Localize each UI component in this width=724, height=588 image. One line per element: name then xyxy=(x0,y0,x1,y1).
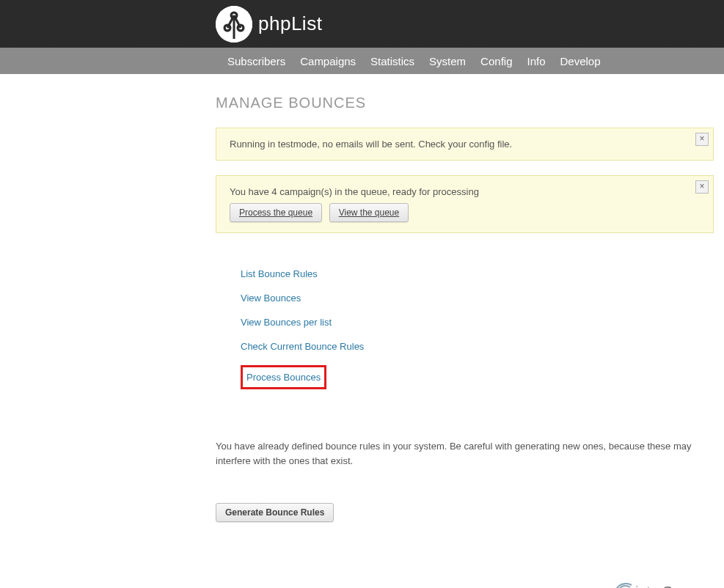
nav-campaigns[interactable]: Campaigns xyxy=(293,55,363,67)
notice-text: You have 4 campaign(s) in the queue, rea… xyxy=(230,186,700,197)
nav-info[interactable]: Info xyxy=(519,55,552,67)
close-icon[interactable]: × xyxy=(695,133,709,146)
list-item: Check Current Bounce Rules xyxy=(241,341,714,352)
link-view-bounces[interactable]: View Bounces xyxy=(241,293,301,304)
list-item: List Bounce Rules xyxy=(241,268,714,279)
view-queue-button[interactable]: View the queue xyxy=(329,203,409,222)
nav-config[interactable]: Config xyxy=(473,55,519,67)
link-check-current-bounce-rules[interactable]: Check Current Bounce Rules xyxy=(241,341,364,352)
main-content: MANAGE BOUNCES × Running in testmode, no… xyxy=(0,74,724,551)
notice-queue: × You have 4 campaign(s) in the queue, r… xyxy=(216,175,714,233)
page-title: MANAGE BOUNCES xyxy=(216,95,714,111)
list-item: Process Bounces xyxy=(241,365,714,389)
notice-text: Running in testmode, no emails will be s… xyxy=(230,139,512,150)
notice-testmode: × Running in testmode, no emails will be… xyxy=(216,128,714,161)
bounce-links-list: List Bounce Rules View Bounces View Boun… xyxy=(216,248,714,425)
close-icon[interactable]: × xyxy=(695,180,709,194)
warning-text: You have already defined bounce rules in… xyxy=(216,439,714,468)
nav-system[interactable]: System xyxy=(422,55,473,67)
interserver-icon xyxy=(615,583,635,588)
main-nav: Subscribers Campaigns Statistics System … xyxy=(0,48,724,74)
process-queue-button[interactable]: Process the queue xyxy=(230,203,322,222)
nav-statistics[interactable]: Statistics xyxy=(363,55,422,67)
generate-bounce-rules-button[interactable]: Generate Bounce Rules xyxy=(216,503,334,522)
brand-logo[interactable]: phpList xyxy=(216,6,322,43)
top-bar: phpList xyxy=(0,0,724,48)
nav-develop[interactable]: Develop xyxy=(553,55,608,67)
link-list-bounce-rules[interactable]: List Bounce Rules xyxy=(241,268,318,279)
link-process-bounces[interactable]: Process Bounces xyxy=(241,365,326,389)
link-view-bounces-per-list[interactable]: View Bounces per list xyxy=(241,317,332,328)
footer-logo: interServer.net xyxy=(0,551,724,588)
nav-subscribers[interactable]: Subscribers xyxy=(220,55,293,67)
brand-text: phpList xyxy=(258,12,322,35)
list-item: View Bounces per list xyxy=(241,317,714,328)
list-item: View Bounces xyxy=(241,293,714,304)
phplist-icon xyxy=(216,6,252,43)
